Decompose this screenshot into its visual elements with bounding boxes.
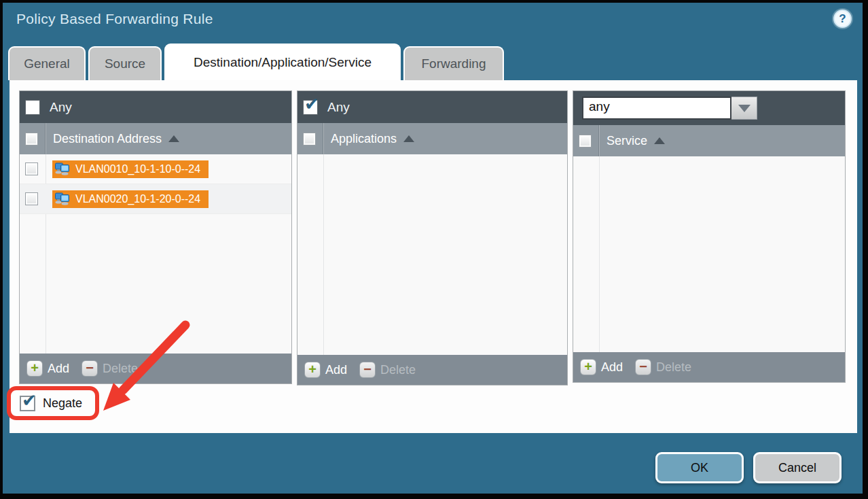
destination-column-header[interactable]: Destination Address — [20, 123, 291, 154]
service-column-header[interactable]: Service — [573, 125, 845, 156]
minus-icon: − — [82, 360, 98, 377]
check-icon: ✔ — [22, 392, 37, 409]
tab-forwarding[interactable]: Forwarding — [403, 46, 504, 80]
negate-highlight-annotation: ✔ Negate — [7, 386, 99, 420]
service-toolbar: + Add − Delete — [573, 352, 845, 382]
destination-column-label: Destination Address — [53, 132, 162, 146]
plus-icon: + — [304, 362, 321, 378]
sort-asc-icon — [168, 135, 179, 142]
destination-address-panel: ✔ Any Destination Address — [19, 90, 292, 384]
applications-column-header[interactable]: Applications — [297, 123, 567, 154]
applications-any-label: Any — [327, 100, 350, 115]
address-object-tag[interactable]: VLAN0020_10-1-20-0--24 — [52, 190, 209, 208]
dialog-title: Policy Based Forwarding Rule — [16, 11, 213, 27]
applications-select-all-checkbox[interactable] — [303, 133, 316, 145]
sort-asc-icon — [654, 137, 665, 144]
table-row[interactable]: VLAN0020_10-1-20-0--24 — [20, 184, 291, 214]
tab-source[interactable]: Source — [88, 46, 162, 80]
tab-destination-application-service[interactable]: Destination/Application/Service — [164, 44, 401, 80]
table-row[interactable]: VLAN0010_10-1-10-0--24 — [20, 154, 291, 184]
help-icon[interactable]: ? — [833, 10, 852, 28]
address-object-label: VLAN0020_10-1-20-0--24 — [75, 193, 200, 205]
negate-label: Negate — [43, 396, 82, 411]
add-button[interactable]: + Add — [304, 362, 347, 378]
service-select-all-checkbox[interactable] — [579, 135, 592, 148]
service-dropdown-row: any — [573, 91, 845, 125]
destination-any-checkbox[interactable]: ✔ — [25, 100, 40, 115]
applications-list — [297, 154, 567, 355]
add-button[interactable]: + Add — [580, 359, 623, 375]
minus-icon: − — [635, 359, 651, 375]
cancel-button[interactable]: Cancel — [753, 452, 842, 483]
row-checkbox[interactable] — [25, 192, 38, 205]
check-icon: ✔ — [304, 95, 319, 113]
network-address-icon — [54, 192, 71, 206]
destination-select-all-checkbox[interactable] — [25, 133, 38, 145]
destination-any-label: Any — [50, 100, 72, 115]
applications-any-row: ✔ Any — [297, 91, 567, 123]
service-list — [573, 156, 845, 352]
service-column-label: Service — [607, 134, 647, 148]
service-dropdown[interactable]: any — [582, 97, 757, 120]
column-divider — [323, 123, 323, 154]
network-address-icon — [54, 162, 71, 176]
address-object-tag[interactable]: VLAN0010_10-1-10-0--24 — [52, 160, 209, 178]
delete-button[interactable]: − Delete — [359, 362, 416, 378]
applications-toolbar: + Add − Delete — [297, 355, 567, 385]
service-dropdown-value[interactable]: any — [582, 97, 731, 120]
chevron-down-icon[interactable] — [731, 97, 757, 120]
plus-icon: + — [26, 360, 43, 377]
pbf-rule-dialog: Policy Based Forwarding Rule ? General S… — [0, 0, 868, 499]
ok-button[interactable]: OK — [655, 452, 744, 483]
negate-checkbox[interactable]: ✔ — [20, 396, 35, 411]
plus-icon: + — [580, 359, 596, 375]
add-button[interactable]: + Add — [26, 360, 69, 377]
address-object-label: VLAN0010_10-1-10-0--24 — [75, 163, 200, 175]
applications-any-checkbox[interactable]: ✔ — [303, 100, 318, 115]
delete-button[interactable]: − Delete — [82, 360, 138, 377]
tab-general[interactable]: General — [8, 46, 86, 80]
delete-button[interactable]: − Delete — [635, 359, 691, 375]
service-panel: any Service + Add − Delete — [573, 90, 846, 383]
sort-asc-icon — [403, 135, 414, 142]
destination-list: VLAN0010_10-1-10-0--24 VLAN0020_10-1-20-… — [20, 154, 291, 354]
minus-icon: − — [359, 362, 376, 378]
column-divider — [598, 125, 599, 156]
destination-toolbar: + Add − Delete — [20, 354, 291, 383]
column-divider — [45, 123, 46, 154]
applications-column-label: Applications — [331, 132, 397, 146]
applications-panel: ✔ Any Applications + Add − Delete — [297, 90, 568, 385]
destination-any-row: ✔ Any — [20, 91, 291, 123]
row-checkbox[interactable] — [25, 162, 38, 175]
